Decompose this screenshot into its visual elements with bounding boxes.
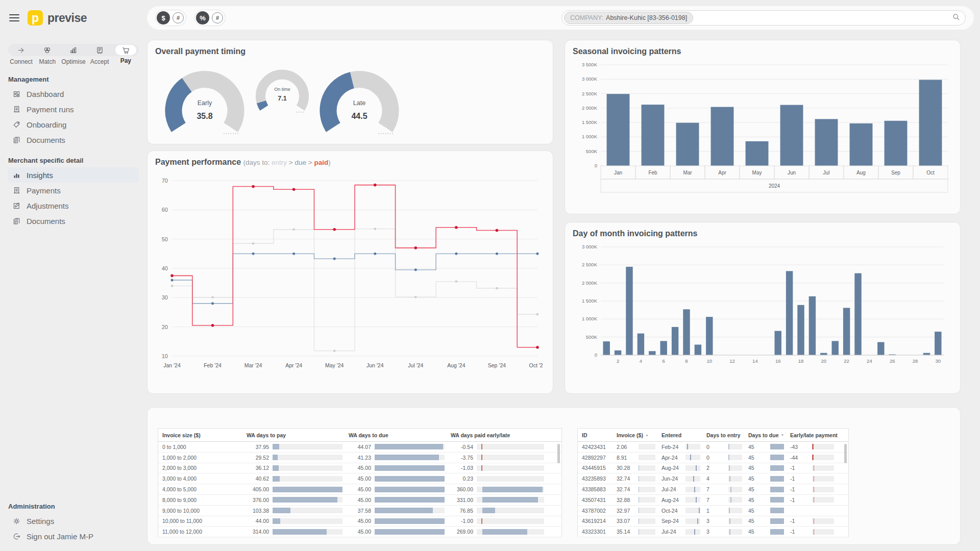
company-search-input[interactable]: COMPANY: Abshire-Kuhic [83-356-0198] — [561, 10, 966, 26]
table-row[interactable]: 8,000 to 9,000376.0045.00331.00 — [158, 495, 561, 506]
svg-text:May '24: May '24 — [325, 362, 344, 368]
cell-id: 43787002 — [582, 508, 617, 514]
table-row[interactable]: 2,000 to 3,00036.1245.00-1.03 — [158, 463, 561, 474]
table-row[interactable]: 4344591530.28Aug-24245-1 — [578, 463, 848, 474]
cell-wa-days-paid-early-late: 76.85 — [451, 508, 550, 514]
brand-name: previse — [47, 11, 87, 25]
app-root: p previse ConnectMatchOptimiseAcceptPay … — [0, 0, 980, 551]
cell-days-to-due: 45 — [748, 455, 790, 461]
column-header-entered[interactable]: Entered — [662, 432, 706, 438]
cell-days-to-due: 45 — [748, 508, 790, 514]
table-row[interactable]: 4332330135.14Jul-24345-1 — [578, 527, 848, 537]
column-header-days-to-due[interactable]: Days to due▼ — [748, 432, 790, 438]
svg-text:12: 12 — [729, 358, 735, 364]
scrollbar-thumb[interactable] — [844, 444, 847, 463]
amount-hash-toggle[interactable]: $# — [155, 10, 186, 26]
sidebar-item-payment-runs[interactable]: Payment runs — [8, 102, 139, 117]
sidebar-item-documents[interactable]: Documents — [8, 132, 139, 147]
cell-wa-days-to-pay: 314.00 — [247, 529, 349, 535]
workflow-step-label: Pay — [113, 57, 139, 64]
table-row[interactable]: 0 to 1,00037.9544.07-0.54 — [158, 442, 561, 453]
sidebar-item-insights[interactable]: Insights — [8, 167, 139, 183]
svg-text:Aug: Aug — [856, 170, 866, 176]
svg-text:3 000K: 3 000K — [582, 76, 598, 82]
workflow-step-connect[interactable]: Connect — [8, 44, 34, 65]
sidebar-item-onboarding[interactable]: Onboarding — [8, 117, 139, 132]
cell-wa-days-to-pay: 376.00 — [247, 497, 349, 503]
workflow-step-accept[interactable]: Accept — [87, 44, 113, 65]
column-header-wa-days-paid-early-late[interactable]: WA days paid early/late — [451, 432, 550, 438]
column-header-wa-days-to-due[interactable]: WA days to due — [349, 432, 451, 438]
cell-entered: Oct-24 — [662, 508, 706, 514]
cell-days-to-entry: 3 — [706, 529, 748, 535]
sidebar-item-adjustments[interactable]: Adjustments — [8, 198, 139, 213]
column-header-invoice-size[interactable]: Invoice size ($) — [162, 432, 247, 438]
cell-invoice-size: 9,000 to 10,000 — [162, 508, 247, 514]
svg-text:1 000K: 1 000K — [582, 316, 598, 321]
scrollbar-thumb[interactable] — [557, 444, 560, 463]
table-row[interactable]: 4361921433.07Sep-24345-1 — [578, 516, 848, 527]
table-row[interactable]: 4378700232.97Oct-24145 — [578, 506, 848, 516]
sidebar-item-payments[interactable]: Payments — [8, 183, 139, 198]
cell-wa-days-to-pay: 36.12 — [247, 465, 349, 471]
search-icon[interactable] — [952, 13, 960, 23]
sidebar-item-label: Documents — [27, 136, 65, 144]
svg-text:Jul '24: Jul '24 — [408, 362, 423, 368]
toggle-option-selected[interactable]: % — [196, 11, 209, 24]
column-header-id[interactable]: ID — [582, 432, 617, 438]
cell-days-to-entry: 7 — [706, 497, 748, 503]
table-row[interactable]: 11,000 to 12,000314.0045.00269.00 — [158, 527, 561, 537]
table-row[interactable]: 9,000 to 10,000103.3837.5876.85 — [158, 506, 561, 516]
column-header-days-to-entry[interactable]: Days to entry — [706, 432, 748, 438]
cell-wa-days-to-pay: 103.38 — [247, 508, 349, 514]
toggle-option[interactable]: # — [173, 12, 184, 23]
gauge-value: 44.5 — [313, 112, 405, 121]
cell-days-to-due: 45 — [748, 444, 790, 450]
workflow-step-optimise[interactable]: Optimise — [60, 44, 86, 65]
sidebar-item-settings[interactable]: Settings — [8, 513, 139, 529]
signout-icon — [12, 532, 21, 541]
svg-text:22: 22 — [844, 358, 849, 364]
cell-days-to-due: 45 — [748, 518, 790, 524]
svg-text:3 500K: 3 500K — [582, 62, 598, 67]
column-header-invoice[interactable]: Invoice ($)▲ — [617, 432, 662, 438]
table-row[interactable]: 1,000 to 2,00029.5241.23-3.75 — [158, 453, 561, 463]
cell-early-late-payment: -1 — [790, 475, 840, 482]
table-row[interactable]: 4323589332.74Jun-24445-1 — [578, 473, 848, 484]
company-chip[interactable]: COMPANY: Abshire-Kuhic [83-356-0198] — [564, 12, 693, 24]
table-row[interactable]: 428922978.91Apr-24045-44 — [578, 453, 848, 463]
table-row[interactable]: 424234312.06Feb-24045-43 — [578, 442, 848, 453]
workflow-step-pay[interactable]: Pay — [113, 44, 139, 65]
workflow-step-match[interactable]: Match — [34, 44, 60, 65]
svg-text:Oct: Oct — [926, 170, 935, 176]
table-row[interactable]: 4,000 to 5,000405.0045.00360.00 — [158, 484, 561, 495]
svg-text:2: 2 — [617, 358, 619, 364]
day-of-month-card: Day of month invoicing patterns 0500K1 0… — [565, 222, 961, 394]
cell-wa-days-to-due: 45.00 — [349, 465, 451, 471]
svg-text:16: 16 — [775, 358, 781, 364]
table-row[interactable]: 4338588332.74Jul-24745-1 — [578, 484, 848, 495]
sidebar-item-documents[interactable]: Documents — [8, 213, 139, 229]
percent-hash-toggle[interactable]: %# — [194, 10, 226, 26]
brand-logo[interactable]: p previse — [28, 10, 87, 26]
toggle-option-selected[interactable]: $ — [157, 11, 170, 24]
sidebar-item-dashboard[interactable]: Dashboard — [8, 86, 139, 102]
svg-text:1 500K: 1 500K — [582, 119, 598, 125]
column-header-early-late-payment[interactable]: Early/late payment — [790, 432, 840, 438]
cell-wa-days-to-due: 45.00 — [349, 518, 451, 524]
legend-paid: paid — [314, 159, 328, 166]
nav-section-management: ManagementDashboardPayment runsOnboardin… — [8, 69, 139, 147]
table-row[interactable]: 3,000 to 4,00040.6245.000.23 — [158, 473, 561, 484]
sidebar-item-sign-out-jamie-m-p[interactable]: Sign out Jamie M-P — [8, 529, 139, 544]
toggle-option[interactable]: # — [212, 12, 223, 23]
cell-entered: Jul-24 — [662, 529, 706, 535]
cell-invoice: 8.91 — [617, 455, 662, 461]
svg-text:2 000K: 2 000K — [582, 280, 598, 286]
sidebar-item-label: Onboarding — [27, 120, 66, 129]
column-header-wa-days-to-pay[interactable]: WA days to pay — [247, 432, 349, 438]
svg-text:Feb: Feb — [648, 170, 657, 176]
workflow-step-label: Match — [34, 58, 60, 65]
table-row[interactable]: 10,000 to 11,00044.0045.00-1.00 — [158, 516, 561, 527]
menu-icon[interactable] — [9, 12, 19, 23]
table-row[interactable]: 4350743132.88Aug-24745-1 — [578, 495, 848, 506]
